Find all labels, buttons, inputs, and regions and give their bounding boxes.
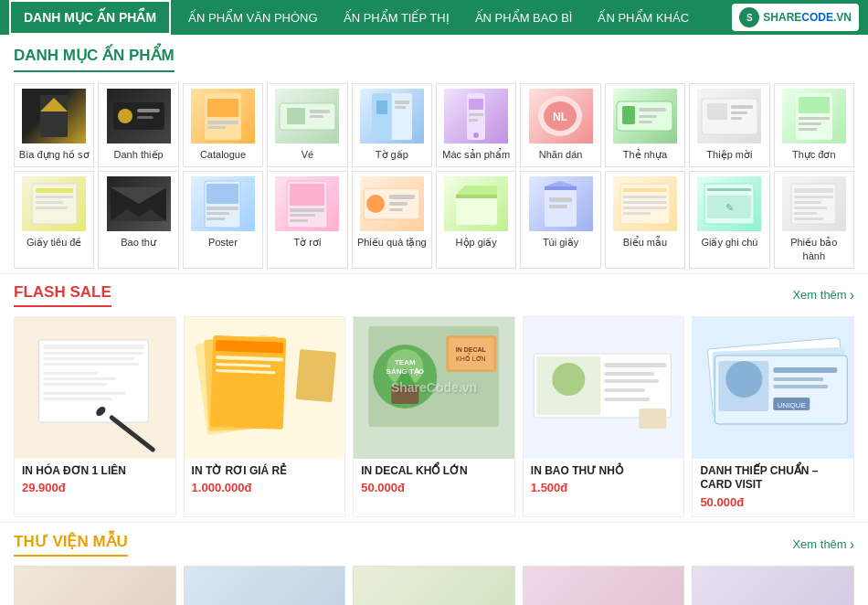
category-image — [275, 176, 339, 231]
list-item[interactable]: IN TỜ RƠI GIÁ RẺ 1.000.000đ — [184, 316, 346, 517]
svg-rect-52 — [206, 207, 238, 210]
svg-rect-80 — [707, 188, 751, 191]
category-image — [22, 176, 86, 231]
category-label: Tờ rơi — [293, 236, 321, 249]
svg-rect-71 — [549, 197, 572, 202]
list-item[interactable]: IN BAO THƯ NHỎ 1.500đ — [523, 316, 685, 517]
category-image — [444, 89, 508, 143]
svg-rect-93 — [43, 352, 143, 355]
nav-brand[interactable]: DANH MỤC ẤN PHẨM — [9, 0, 171, 35]
category-label: Thiệp mời — [706, 148, 752, 161]
logo-icon: S — [739, 7, 759, 27]
nav-link-tiep-thi[interactable]: ẤN PHẨM TIẾP THỊ — [331, 0, 462, 35]
list-item[interactable]: Thẻ nhựa — [605, 83, 685, 167]
list-item[interactable]: Biểu mẫu — [605, 171, 685, 269]
list-item[interactable] — [692, 566, 854, 605]
list-item[interactable]: Catalogue — [183, 83, 263, 167]
flash-item-name: IN HÓA ĐƠN 1 LIÊN — [22, 464, 168, 479]
category-label: Giấy ghi chú — [701, 236, 757, 249]
list-item[interactable]: Bao thư — [98, 171, 178, 269]
svg-rect-78 — [623, 212, 651, 215]
thu-vien-xem-them[interactable]: Xem thêm — [792, 536, 854, 553]
svg-rect-12 — [310, 110, 330, 113]
svg-rect-95 — [43, 363, 139, 366]
svg-rect-65 — [456, 195, 497, 225]
svg-text:IN DECAL: IN DECAL — [456, 346, 487, 353]
flash-sale-xem-them[interactable]: Xem thêm — [792, 287, 854, 303]
svg-rect-99 — [43, 392, 125, 395]
list-item[interactable]: Túi giấy — [520, 171, 600, 269]
svg-rect-142 — [774, 377, 824, 381]
list-item[interactable]: Phiếu bảo hành — [774, 171, 854, 269]
list-item[interactable]: TEAM SÁNG TẠO IN DECAL KHỔ LỚN ShareCode… — [353, 316, 515, 517]
danh-muc-section: DANH MỤC ẤN PHẨM Bìa đựng hồ sơ Danh thi… — [0, 35, 868, 273]
list-item[interactable]: Thiệp mời — [689, 83, 769, 167]
category-image: ✎ — [697, 176, 761, 231]
svg-text:TEAM: TEAM — [395, 358, 416, 366]
svg-rect-57 — [290, 208, 324, 212]
list-item[interactable]: Mác sản phẩm — [436, 83, 516, 167]
category-image — [613, 176, 677, 231]
flash-item-name: IN DECAL KHỔ LỚN — [361, 464, 507, 479]
category-label: Phiếu bảo hành — [778, 236, 850, 262]
nav-link-van-phong[interactable]: ẤN PHẨM VĂN PHÒNG — [175, 0, 331, 35]
list-item[interactable] — [14, 566, 176, 605]
category-label: Catalogue — [200, 148, 246, 161]
list-item[interactable] — [184, 566, 346, 605]
svg-rect-70 — [545, 186, 577, 190]
list-item[interactable]: Phiếu quà tặng — [352, 171, 432, 269]
list-item[interactable]: Bìa đựng hồ sơ — [14, 83, 94, 167]
category-label: Danh thiếp — [114, 148, 164, 161]
list-item[interactable] — [523, 566, 685, 605]
danh-muc-title: DANH MỤC ẤN PHẨM — [14, 46, 175, 72]
svg-rect-7 — [207, 99, 238, 117]
category-image — [275, 89, 339, 143]
svg-rect-16 — [376, 101, 387, 114]
list-item[interactable]: Hộp giấy — [436, 171, 516, 269]
flash-item-price: 50.000đ — [361, 481, 507, 494]
svg-rect-13 — [310, 115, 323, 118]
svg-rect-96 — [43, 372, 98, 375]
logo-text: SHARECODE.VN — [763, 11, 852, 24]
category-label: Phiếu quà tặng — [357, 236, 427, 249]
list-item[interactable]: Danh thiếp — [98, 83, 178, 167]
category-label: Mác sản phẩm — [442, 148, 510, 161]
svg-rect-28 — [622, 106, 635, 124]
list-item[interactable]: Thực đơn — [774, 83, 854, 167]
svg-rect-40 — [799, 122, 821, 125]
list-item[interactable]: Giấy tiêu đề — [14, 171, 94, 269]
category-label: Bìa đựng hồ sơ — [19, 148, 90, 161]
svg-rect-87 — [794, 207, 827, 209]
svg-rect-15 — [372, 93, 392, 140]
list-item[interactable]: UNIQUE DANH THIẾP CHUẨN – CARD VISIT 50.… — [692, 316, 854, 517]
svg-rect-98 — [43, 383, 107, 386]
category-image — [360, 176, 424, 231]
list-item[interactable]: NL Nhãn dán — [520, 83, 600, 167]
svg-point-128 — [552, 363, 585, 396]
svg-rect-34 — [731, 105, 753, 109]
list-item[interactable]: Poster — [183, 171, 263, 269]
svg-rect-132 — [604, 388, 645, 392]
nav-link-khac[interactable]: ẤN PHẨM KHÁC — [585, 0, 702, 35]
svg-rect-56 — [290, 184, 324, 206]
list-item[interactable]: Tờ rơi — [267, 171, 347, 269]
list-item[interactable]: Vé — [267, 83, 347, 167]
svg-rect-45 — [36, 201, 63, 204]
svg-marker-69 — [545, 181, 577, 186]
list-item[interactable]: IN HÓA ĐƠN 1 LIÊN 29.900đ — [14, 316, 176, 517]
nav-link-bao-bi[interactable]: ẤN PHẨM BAO BÌ — [462, 0, 586, 35]
flash-item-image-wrapper: UNIQUE — [693, 317, 853, 459]
svg-rect-53 — [206, 212, 229, 215]
flash-item-price: 1.500đ — [531, 481, 677, 494]
svg-rect-31 — [639, 121, 652, 123]
flash-sale-section: FLASH SALE Xem thêm — [0, 273, 868, 522]
svg-rect-36 — [731, 117, 742, 120]
list-item[interactable]: ✎ Giấy ghi chú — [689, 171, 769, 269]
category-image — [22, 89, 86, 143]
svg-rect-44 — [36, 196, 73, 198]
svg-rect-89 — [794, 218, 823, 220]
list-item[interactable] — [353, 566, 515, 605]
list-item[interactable]: Tờ gấp — [352, 83, 432, 167]
category-image — [697, 89, 761, 143]
category-image — [107, 89, 171, 143]
